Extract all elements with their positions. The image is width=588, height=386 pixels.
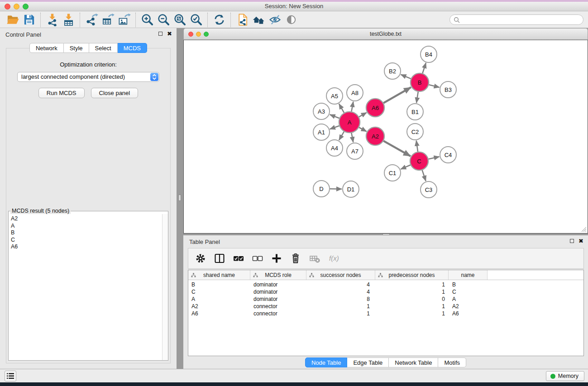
zoom-selected-button[interactable] — [188, 12, 204, 28]
zoom-in-button[interactable] — [139, 12, 155, 28]
graph-node-C3[interactable]: C3 — [421, 181, 437, 198]
session-doc-button[interactable] — [234, 12, 250, 28]
table-cell[interactable]: 4 — [306, 281, 375, 288]
table-cell[interactable]: 1 — [306, 310, 375, 317]
export-image-button[interactable] — [116, 12, 132, 28]
run-mcds-button[interactable]: Run MCDS — [38, 88, 85, 98]
graph-node-D[interactable]: D — [313, 181, 330, 197]
edge-A-A3[interactable] — [330, 114, 339, 118]
import-table-button[interactable] — [60, 12, 76, 28]
zoom-out-button[interactable] — [155, 12, 172, 28]
edge-C-C4[interactable] — [429, 157, 440, 159]
table-cell[interactable]: dominator — [250, 281, 306, 288]
edge-C-C1[interactable] — [401, 165, 411, 169]
edge-A-A4[interactable] — [339, 132, 344, 140]
export-table-button[interactable] — [100, 12, 116, 28]
graph-node-B4[interactable]: B4 — [421, 46, 437, 62]
graph-node-C4[interactable]: C4 — [440, 147, 456, 163]
table-cell[interactable]: A6 — [449, 310, 488, 317]
table-cell[interactable]: dominator — [250, 289, 306, 295]
graph-node-D1[interactable]: D1 — [343, 181, 359, 197]
graph-node-C2[interactable]: C2 — [407, 124, 423, 140]
table-settings-button[interactable] — [194, 252, 207, 265]
mcds-result-item[interactable]: A — [11, 223, 162, 230]
graph-node-A5[interactable]: A5 — [326, 88, 343, 104]
table-cell[interactable]: 1 — [375, 303, 449, 310]
table-cell[interactable]: connector — [250, 303, 306, 310]
table-cell[interactable]: 1 — [375, 310, 449, 317]
tab-select[interactable]: Select — [89, 43, 118, 53]
edge-A2-C[interactable] — [383, 141, 411, 156]
edge-A-A1[interactable] — [330, 126, 339, 129]
table-cell[interactable]: A2 — [188, 303, 250, 310]
table-cell[interactable]: C — [449, 289, 488, 295]
table-cell[interactable]: dominator — [250, 296, 306, 302]
table-tab-motifs[interactable]: Motifs — [438, 357, 466, 367]
table-cell[interactable]: 1 — [306, 303, 375, 310]
table-cell[interactable]: B — [449, 281, 488, 288]
edge-C-C2[interactable] — [416, 141, 418, 152]
table-cell[interactable]: A — [449, 296, 488, 302]
tab-mcds[interactable]: MCDS — [118, 43, 147, 53]
graph-node-A2[interactable]: A2 — [366, 127, 384, 145]
column-header-successor-nodes[interactable]: successor nodes — [306, 270, 375, 280]
search-field[interactable] — [449, 14, 583, 25]
add-column-button[interactable] — [270, 252, 283, 265]
criterion-select[interactable]: largest connected component (directed) — [17, 72, 159, 82]
network-window-titlebar[interactable]: testGlobe.txt — [183, 28, 588, 40]
graph-node-A[interactable]: A — [339, 112, 360, 133]
graph-node-B3[interactable]: B3 — [440, 81, 456, 98]
delete-columns-button[interactable] — [289, 252, 302, 265]
edge-B-B4[interactable] — [422, 63, 426, 73]
save-session-button[interactable] — [21, 12, 37, 28]
resize-grip-icon[interactable] — [580, 226, 587, 232]
table-cell[interactable]: 0 — [375, 296, 449, 302]
network-canvas[interactable]: B4B2BB3A8A5A6B1A3AA1C2A2A4A7C4CC1C3DD1 — [183, 40, 588, 234]
mcds-result-item[interactable]: A2 — [11, 215, 162, 223]
table-cell[interactable]: 1 — [375, 281, 449, 288]
tab-style[interactable]: Style — [64, 43, 89, 53]
column-header-MCDS-role[interactable]: MCDS role — [250, 270, 306, 280]
graph-node-B[interactable]: B — [411, 73, 429, 91]
mcds-result-item[interactable]: A6 — [11, 243, 162, 251]
network-graph[interactable]: B4B2BB3A8A5A6B1A3AA1C2A2A4A7C4CC1C3DD1 — [184, 40, 588, 233]
graph-node-A3[interactable]: A3 — [313, 103, 330, 119]
table-row[interactable]: A6connector11A6 — [188, 310, 583, 317]
mcds-result-item[interactable]: B — [11, 229, 162, 237]
toggle-column-display-button[interactable] — [213, 252, 226, 265]
graph-node-B2[interactable]: B2 — [384, 63, 401, 79]
edge-A-A2[interactable] — [359, 128, 367, 132]
close-table-panel-icon[interactable]: ✖ — [578, 238, 583, 243]
close-panel-icon[interactable]: ✖ — [167, 31, 172, 36]
table-cell[interactable]: A6 — [188, 310, 250, 317]
show-panels-button[interactable] — [283, 12, 299, 28]
table-cell[interactable]: A — [188, 296, 250, 302]
float-panel-icon[interactable] — [158, 32, 163, 36]
result-scrollbar[interactable] — [162, 214, 168, 360]
task-history-button[interactable] — [5, 371, 16, 381]
graph-node-A4[interactable]: A4 — [326, 140, 343, 156]
hide-panels-button[interactable] — [267, 12, 283, 28]
zoom-fit-button[interactable] — [172, 12, 188, 28]
open-session-button[interactable] — [5, 12, 21, 28]
select-all-rows-button[interactable] — [232, 252, 245, 265]
vertical-splitter[interactable] — [177, 28, 183, 369]
graph-node-C1[interactable]: C1 — [384, 165, 401, 181]
table-cell[interactable]: 8 — [306, 296, 375, 302]
table-row[interactable]: Cdominator41C — [188, 288, 583, 295]
import-network-button[interactable] — [44, 12, 60, 28]
edge-A-A8[interactable] — [351, 102, 353, 112]
graph-node-B1[interactable]: B1 — [407, 104, 423, 120]
table-cell[interactable]: 1 — [375, 289, 449, 295]
edge-A-A5[interactable] — [339, 104, 344, 113]
memory-button[interactable]: Memory — [546, 371, 584, 381]
graph-node-A1[interactable]: A1 — [313, 124, 330, 140]
table-tab-node-table[interactable]: Node Table — [305, 357, 348, 367]
edge-A-A7[interactable] — [351, 133, 353, 143]
edge-A6-B[interactable] — [383, 87, 411, 103]
table-tab-edge-table[interactable]: Edge Table — [347, 357, 389, 367]
mcds-result-item[interactable]: C — [11, 237, 162, 244]
edge-C-C3[interactable] — [422, 170, 426, 181]
export-network-button[interactable] — [83, 12, 100, 28]
table-cell[interactable]: B — [188, 281, 250, 288]
